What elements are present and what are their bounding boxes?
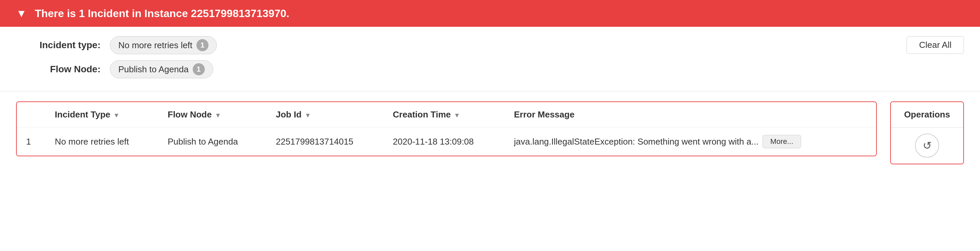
incident-type-filter-row: Incident type: No more retries left 1 [16, 36, 964, 54]
flow-node-cell: Publish to Agenda [158, 128, 266, 156]
sort-icon-flow-node: ▾ [216, 111, 220, 119]
incident-type-tag[interactable]: No more retries left 1 [110, 36, 217, 54]
sort-icon-incident-type: ▾ [115, 111, 118, 119]
col-header-job-id[interactable]: Job Id ▾ [266, 102, 383, 128]
clear-all-button[interactable]: Clear All [907, 36, 964, 54]
retry-button[interactable]: ↻ [915, 134, 939, 158]
table-section: Incident Type ▾ Flow Node ▾ Job Id ▾ Cre… [0, 92, 980, 251]
flow-node-filter-row: Flow Node: Publish to Agenda 1 [16, 60, 964, 78]
alert-text: There is 1 Incident in Instance 22517998… [35, 7, 290, 20]
row-number: 1 [17, 128, 46, 156]
incident-type-count: 1 [196, 39, 208, 51]
col-header-incident-type[interactable]: Incident Type ▾ [46, 102, 159, 128]
incident-type-tag-text: No more retries left [118, 40, 192, 51]
creation-time-cell: 2020-11-18 13:09:08 [383, 128, 504, 156]
operations-wrapper: Operations ↻ [890, 101, 964, 164]
flow-node-label: Flow Node: [16, 64, 110, 75]
page-container: ▼ There is 1 Incident in Instance 225179… [0, 0, 980, 251]
chevron-down-icon: ▼ [16, 7, 27, 20]
flow-node-count: 1 [193, 63, 205, 75]
flow-node-tag-text: Publish to Agenda [118, 64, 189, 75]
more-button[interactable]: More... [762, 135, 801, 148]
sort-icon-creation-time: ▾ [455, 111, 458, 119]
error-message-cell: java.lang.IllegalStateException: Somethi… [504, 128, 876, 156]
retry-icon: ↻ [923, 139, 932, 152]
row-number-col-header [17, 102, 46, 128]
job-id-cell: 2251799813714015 [266, 128, 383, 156]
operations-header: Operations [891, 102, 963, 128]
alert-banner: ▼ There is 1 Incident in Instance 225179… [0, 0, 980, 27]
sort-icon-job-id: ▾ [306, 111, 309, 119]
operations-body: ↻ [891, 128, 963, 164]
filter-section: Incident type: No more retries left 1 Fl… [0, 27, 980, 92]
table-header-row: Incident Type ▾ Flow Node ▾ Job Id ▾ Cre… [17, 102, 876, 128]
incidents-table-wrapper: Incident Type ▾ Flow Node ▾ Job Id ▾ Cre… [16, 101, 877, 156]
table-row: 1 No more retries left Publish to Agenda… [17, 128, 876, 156]
incidents-table: Incident Type ▾ Flow Node ▾ Job Id ▾ Cre… [17, 102, 876, 156]
col-header-error-message: Error Message [504, 102, 876, 128]
flow-node-tag[interactable]: Publish to Agenda 1 [110, 60, 213, 78]
error-message-text: java.lang.IllegalStateException: Somethi… [514, 137, 759, 147]
incident-type-cell: No more retries left [46, 128, 159, 156]
col-header-flow-node[interactable]: Flow Node ▾ [158, 102, 266, 128]
col-header-creation-time[interactable]: Creation Time ▾ [383, 102, 504, 128]
incident-type-label: Incident type: [16, 40, 110, 51]
